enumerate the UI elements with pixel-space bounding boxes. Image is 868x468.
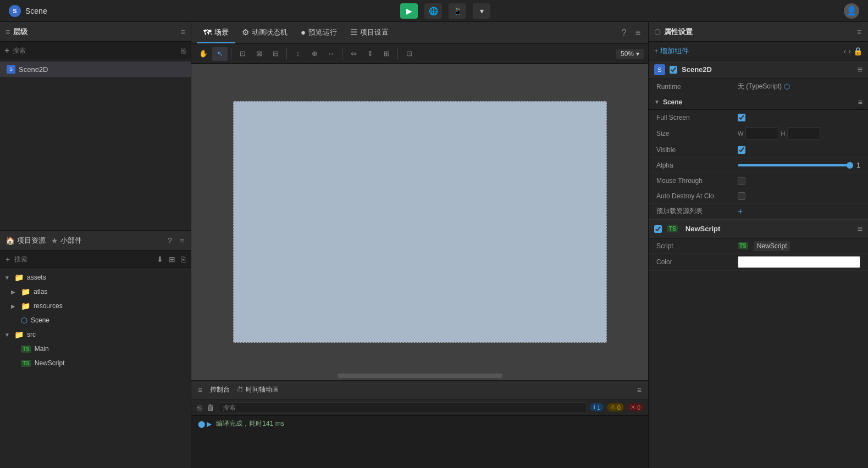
project-settings-tab-icon: ☰: [350, 27, 357, 37]
tab-project-assets[interactable]: 🏠 项目资源: [5, 236, 46, 246]
alpha-slider[interactable]: [738, 164, 853, 166]
scene2d-component-menu[interactable]: ≡: [858, 65, 863, 75]
dist-h-btn[interactable]: ⇔: [346, 47, 361, 61]
more-button[interactable]: ▾: [473, 3, 490, 19]
tab-widgets[interactable]: ★ 小部件: [51, 236, 82, 246]
zoom-control[interactable]: 50% ▾: [616, 49, 644, 59]
expand-assets: [4, 275, 11, 281]
console-copy-icon[interactable]: ⎘: [196, 402, 202, 413]
console-search-input[interactable]: [219, 402, 587, 413]
assets-folder-resources[interactable]: 📁 resources: [0, 299, 191, 313]
assets-filter-btn[interactable]: ⬇: [156, 254, 164, 265]
tab-anim-state[interactable]: ⚙ 动画状态机: [235, 22, 294, 43]
color-label: Color: [656, 258, 733, 266]
alpha-value: 1: [738, 161, 860, 169]
assets-file-scene[interactable]: ⬡ Scene: [0, 313, 191, 327]
assets-copy-btn[interactable]: ⎘: [180, 254, 186, 265]
fullscreen-checkbox[interactable]: [738, 114, 745, 121]
info-icon: ℹ: [593, 404, 595, 411]
align-tl-btn[interactable]: ⊡: [235, 47, 250, 61]
newscript-enabled[interactable]: [654, 225, 662, 233]
align-tc-btn[interactable]: ⊠: [251, 47, 267, 61]
warn-icon: ⚠: [610, 404, 616, 411]
hierarchy-add-btn[interactable]: +: [4, 46, 9, 55]
tab-scene[interactable]: 🗺 场景: [197, 22, 235, 43]
viewport-scrollbar-h[interactable]: [338, 374, 502, 378]
hierarchy-search-input[interactable]: [13, 47, 176, 54]
align-tr-btn[interactable]: ⊟: [268, 47, 283, 61]
autodestroy-value: [738, 192, 860, 200]
tab-project-settings[interactable]: ☰ 项目设置: [344, 22, 395, 43]
globe-button[interactable]: 🌐: [424, 3, 442, 19]
nav-lock-btn[interactable]: 🔒: [853, 47, 863, 55]
alpha-label: Alpha: [656, 161, 733, 169]
scene2d-enabled-checkbox[interactable]: [670, 66, 677, 74]
nav-forward-btn[interactable]: ›: [848, 47, 851, 55]
grid-btn[interactable]: ⊞: [379, 47, 394, 61]
user-avatar[interactable]: 👤: [844, 3, 859, 19]
newscript-menu[interactable]: ≡: [858, 224, 863, 234]
console-toolbar: ⎘ 🗑 ℹ 1 ⚠ 0 ✕ 0: [191, 399, 648, 416]
props-help[interactable]: ≡: [856, 26, 863, 37]
visible-value: [738, 146, 860, 154]
w-label: W: [738, 130, 743, 137]
color-row: Color: [649, 254, 868, 271]
scene-menu-btn[interactable]: ≡: [633, 27, 643, 39]
assets-grid-btn[interactable]: ⊞: [168, 254, 176, 265]
hierarchy-copy-btn[interactable]: ⎘: [180, 45, 186, 56]
color-swatch[interactable]: [738, 256, 860, 268]
add-component-btn[interactable]: + 增加组件: [654, 43, 689, 59]
visible-checkbox[interactable]: [738, 146, 745, 154]
preload-add-btn[interactable]: +: [738, 207, 743, 216]
fullscreen-label: Full Screen: [656, 114, 733, 121]
tab-preview[interactable]: ● 预览运行: [294, 22, 344, 43]
assets-menu[interactable]: ≡: [179, 235, 185, 246]
snap-btn[interactable]: ⊡: [401, 47, 417, 61]
scene-section-arrow[interactable]: ▼: [654, 99, 660, 105]
move-btn[interactable]: ↕: [290, 47, 306, 61]
scene-section-menu[interactable]: ≡: [858, 98, 863, 107]
hand-tool-btn[interactable]: ✋: [196, 47, 211, 61]
resize-btn[interactable]: ↔: [323, 47, 339, 61]
autodestroy-checkbox[interactable]: [738, 192, 745, 200]
assets-file-newscript[interactable]: TS NewScript: [0, 356, 191, 370]
mobile-button[interactable]: 📱: [449, 3, 466, 19]
viewport[interactable]: [191, 64, 648, 380]
nav-back-btn[interactable]: ‹: [844, 47, 847, 55]
play-button[interactable]: ▶: [400, 3, 418, 19]
runtime-link-icon[interactable]: ⬡: [784, 82, 790, 91]
assets-folder-atlas[interactable]: 📁 atlas: [0, 285, 191, 299]
assets-tree: 📁 assets 📁 atlas 📁 resources ⬡ Scene: [0, 268, 191, 468]
console-tab-console[interactable]: 控制台: [210, 385, 230, 394]
atlas-label: atlas: [34, 288, 47, 296]
assets-folder-root[interactable]: 📁 assets: [0, 270, 191, 285]
assets-file-main[interactable]: TS Main: [0, 342, 191, 356]
mousethrough-checkbox[interactable]: [738, 177, 745, 185]
expand-src: [4, 332, 11, 338]
console-icon: ≡: [197, 385, 203, 395]
size-h-input[interactable]: 640: [787, 127, 820, 140]
size-label: Size: [656, 130, 733, 137]
scene-help-btn[interactable]: ?: [620, 27, 629, 39]
hierarchy-menu[interactable]: ≡: [181, 27, 185, 36]
folder-icon-src: 📁: [14, 330, 24, 339]
size-w-input[interactable]: 1136: [745, 127, 778, 140]
tree-item-scene2d[interactable]: S Scene2D: [0, 62, 191, 77]
console-menu[interactable]: ≡: [636, 385, 643, 395]
console-tab-timeline[interactable]: ⏱ 时间轴动画: [236, 385, 279, 394]
assets-add-btn[interactable]: +: [4, 254, 11, 265]
select-tool-btn[interactable]: ↖: [212, 47, 228, 61]
assets-help[interactable]: ?: [167, 235, 173, 246]
script-value: TS NewScript: [738, 241, 860, 251]
size-wh: W 1136 H 640: [738, 127, 820, 140]
main-ts-icon: TS: [21, 346, 31, 353]
assets-header: 🏠 项目资源 ★ 小部件 ? ≡: [0, 231, 191, 250]
anchor-btn[interactable]: ⊕: [307, 47, 322, 61]
assets-folder-src[interactable]: 📁 src: [0, 327, 191, 342]
dist-v-btn[interactable]: ⇕: [362, 47, 378, 61]
console-delete-icon[interactable]: 🗑: [206, 402, 215, 413]
script-name-link[interactable]: NewScript: [754, 241, 790, 251]
preview-tab-label: 预览运行: [308, 27, 337, 37]
assets-search-input[interactable]: [14, 255, 152, 263]
preload-row: 预加载资源列表 +: [649, 204, 868, 219]
